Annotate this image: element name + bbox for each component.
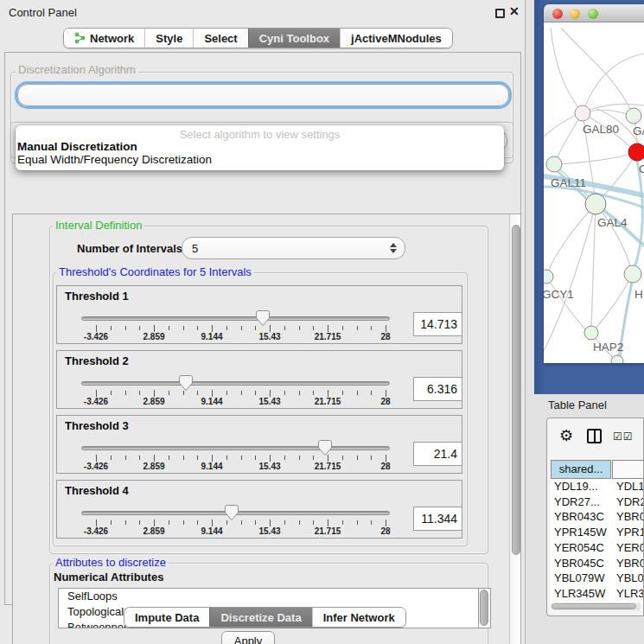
tab-style[interactable]: Style [144, 29, 193, 48]
apply-button[interactable]: Apply [221, 631, 275, 644]
network-node[interactable] [626, 108, 641, 124]
cell-shared-name: YPR145W [554, 525, 611, 540]
tab-select[interactable]: Select [193, 29, 247, 48]
gear-icon[interactable]: ⚙ [559, 426, 573, 445]
float-window-icon[interactable] [495, 9, 505, 18]
network-node[interactable] [628, 143, 644, 161]
table-row[interactable]: YDR27...YDR2 [551, 494, 644, 510]
table-row[interactable]: YLR345WYLR3 [551, 586, 644, 602]
table-row[interactable]: YBL079WYBL0 [551, 571, 644, 586]
slider-thumb[interactable] [179, 374, 193, 392]
slider-track[interactable] [81, 446, 390, 450]
algorithm-option[interactable]: Manual Discretization [17, 140, 502, 153]
tab-label: Style [156, 32, 182, 45]
algorithm-placeholder: Select algorithm to view settings [16, 128, 504, 141]
network-edge[interactable] [591, 204, 596, 328]
slider-tick [386, 325, 386, 332]
threshold-panel: Threshold 2-3.4262.8599.14415.4321.71528… [56, 350, 462, 409]
slider-tick [342, 520, 343, 525]
network-node[interactable] [544, 270, 553, 284]
settings-scrollbar-thumb[interactable] [512, 225, 520, 555]
number-of-intervals-combobox[interactable]: 5 [182, 237, 405, 259]
control-panel-window: Control Panel ✕ NetworkStyleSelectCyni T… [0, 0, 526, 644]
attributes-scrollbar-thumb[interactable] [480, 590, 488, 626]
network-graph[interactable]: GAL80GACGAL11GAL4GCY1HHAP2 [544, 22, 644, 363]
network-edge[interactable] [596, 204, 631, 268]
table-row[interactable]: YDL19...YDL1 [551, 479, 644, 494]
zoom-traffic-light-icon[interactable] [588, 9, 598, 19]
close-icon[interactable]: ✕ [509, 4, 520, 18]
threshold-value-field[interactable]: 6.316 [413, 377, 462, 401]
slider-tick [342, 326, 343, 330]
close-traffic-light-icon[interactable] [552, 9, 563, 19]
network-window-titlebar[interactable] [544, 4, 644, 22]
table-row[interactable]: YPR145WYPR1 [551, 525, 644, 540]
table-row[interactable]: YBR043CYBR0 [551, 509, 644, 525]
threshold-value-field[interactable]: 21.4 [413, 442, 462, 466]
threshold-value-field[interactable]: 11.344 [413, 507, 462, 531]
slider-tick [255, 456, 256, 460]
slider-thumb[interactable] [256, 309, 270, 327]
settings-scrollpane: Interval Definition Number of Intervals … [12, 214, 521, 644]
tab-network[interactable]: Network [64, 29, 144, 48]
tab-jactivemnodules[interactable]: jActiveMNodules [340, 29, 452, 48]
threshold-value-field[interactable]: 14.713 [413, 312, 462, 336]
column-header-shared[interactable]: shared... [551, 460, 611, 479]
slider-tick [357, 520, 358, 525]
slider-tick [226, 456, 227, 460]
network-edge[interactable] [559, 152, 637, 164]
control-panel-titlebar: Control Panel ✕ [0, 0, 525, 24]
network-edge[interactable] [548, 204, 596, 271]
tab-impute-data[interactable]: Impute Data [124, 608, 209, 627]
tab-discretize-data[interactable]: Discretize Data [209, 608, 311, 627]
threshold-label: Threshold 4 [65, 484, 129, 497]
slider-tick [197, 456, 198, 460]
network-node[interactable] [584, 326, 598, 340]
network-edge[interactable] [546, 277, 585, 329]
table-hscrollbar-thumb[interactable] [552, 603, 636, 609]
slider-tick [299, 456, 300, 460]
minimize-traffic-light-icon[interactable] [570, 9, 580, 19]
checkbox-icons[interactable]: ☑☑ [613, 430, 634, 443]
table-row[interactable]: YER054CYER0 [551, 540, 644, 556]
network-node[interactable] [585, 194, 606, 214]
cell-shared-name: YBR045C [554, 556, 611, 571]
network-canvas[interactable]: GAL80GACGAL11GAL4GCY1HHAP2 [544, 22, 644, 363]
slider-tick [313, 456, 314, 460]
attribute-list-item[interactable]: SelfLoops [59, 589, 478, 604]
slider-tick [328, 520, 328, 526]
interval-definition-group-label: Interval Definition [53, 219, 144, 232]
slider-tick [371, 326, 372, 330]
algorithm-combobox[interactable] [17, 84, 509, 106]
attributes-list-scrollbar[interactable] [479, 588, 491, 628]
slider-tick [241, 326, 242, 330]
split-columns-icon[interactable] [587, 429, 602, 443]
slider-track[interactable] [81, 381, 390, 386]
slider-track[interactable] [81, 316, 390, 321]
network-edge-highlighted[interactable] [634, 161, 642, 270]
settings-scrollbar[interactable] [509, 214, 521, 644]
network-node[interactable] [611, 355, 623, 363]
network-node[interactable] [546, 156, 562, 172]
algorithm-option[interactable]: Equal Width/Frequency Discretization [17, 153, 502, 166]
column-header-name[interactable]: n [612, 460, 644, 479]
slider-thumb[interactable] [318, 439, 332, 456]
network-node[interactable] [624, 265, 641, 283]
tab-cyni-toolbox[interactable]: Cyni Toolbox [248, 29, 340, 48]
slider-tick [313, 326, 314, 330]
table-row[interactable]: YBR045CYBR0 [551, 556, 644, 571]
number-of-intervals-value: 5 [182, 242, 389, 255]
tab-infer-network[interactable]: Infer Network [312, 608, 405, 627]
slider-tick-label: 2.859 [143, 397, 164, 406]
network-edge[interactable] [551, 28, 583, 113]
cyni-toolbox-panel: Discretization Algorithm galFiltered.sif… [4, 52, 521, 605]
threshold-panel: Threshold 1-3.4262.8599.14415.4321.71528… [56, 285, 462, 344]
slider-tick [111, 391, 112, 395]
combo-spinner-icon[interactable] [389, 243, 397, 253]
slider-tick [284, 520, 285, 525]
network-node[interactable] [575, 105, 590, 121]
table-hscrollbar[interactable] [551, 603, 641, 610]
slider-thumb[interactable] [225, 504, 239, 521]
slider-tick [183, 520, 184, 525]
slider-tick [313, 391, 314, 395]
